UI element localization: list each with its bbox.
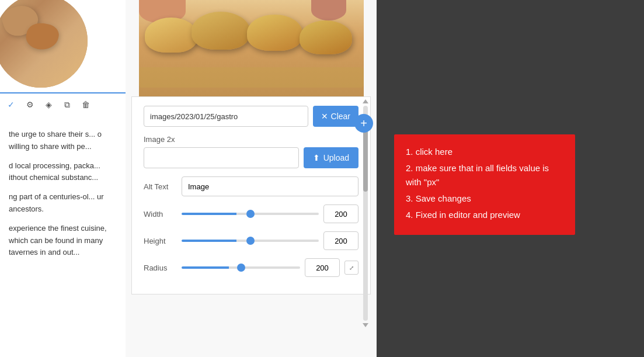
upload-input[interactable] bbox=[144, 147, 299, 168]
tooltip-line-2: 2. make sure that in all fields value is… bbox=[406, 161, 563, 189]
height-row: Height bbox=[144, 231, 358, 250]
scrollbar[interactable] bbox=[361, 99, 370, 327]
scroll-up-arrow[interactable] bbox=[363, 99, 368, 103]
tooltip-line-4: 4. Fixed in editor and preview bbox=[406, 208, 563, 222]
upload-row: ⬆ Upload bbox=[144, 147, 358, 168]
image-path-input[interactable] bbox=[144, 106, 308, 127]
width-number-input[interactable] bbox=[323, 205, 358, 223]
plus-button[interactable]: + bbox=[354, 114, 373, 133]
radius-slider-container: ⤢ bbox=[182, 258, 358, 277]
upload-icon: ⬆ bbox=[313, 153, 320, 162]
upload-button[interactable]: ⬆ Upload bbox=[304, 147, 358, 168]
arrow-svg bbox=[572, 158, 644, 275]
radius-number-input[interactable] bbox=[305, 258, 340, 277]
popup-form: ✕ Clear Image 2x ⬆ Upload Alt Text Width bbox=[131, 96, 371, 294]
scroll-thumb[interactable] bbox=[363, 127, 368, 192]
radius-label: Radius bbox=[144, 264, 182, 272]
expand-button[interactable]: ⤢ bbox=[344, 261, 358, 275]
tooltip-line-1: 1. click here bbox=[406, 145, 563, 159]
radius-row: Radius ⤢ bbox=[144, 258, 358, 277]
height-slider-container bbox=[182, 231, 358, 250]
upload-label: Upload bbox=[323, 153, 349, 162]
width-slider[interactable] bbox=[182, 213, 319, 215]
red-tooltip: 1. click here 2. make sure that in all f… bbox=[394, 134, 575, 235]
right-panel: 1. click here 2. make sure that in all f… bbox=[377, 0, 644, 357]
width-row: Width bbox=[144, 205, 358, 223]
height-label: Height bbox=[144, 237, 182, 245]
expand-icon: ⤢ bbox=[349, 265, 354, 271]
height-slider[interactable] bbox=[182, 240, 319, 242]
alt-text-input[interactable] bbox=[182, 176, 358, 196]
width-slider-container bbox=[182, 205, 358, 223]
alt-text-row: Alt Text bbox=[144, 176, 358, 196]
left-panel: ✓ ⚙ ◈ ⧉ 🗑 the urge to share their s... o… bbox=[0, 0, 126, 357]
tooltip-line-3: 3. Save changes bbox=[406, 192, 563, 206]
clear-label: Clear bbox=[331, 112, 350, 121]
center-panel: ✕ Clear Image 2x ⬆ Upload Alt Text Width bbox=[126, 0, 377, 357]
height-number-input[interactable] bbox=[323, 231, 358, 250]
gear-icon[interactable]: ⚙ bbox=[23, 98, 36, 111]
width-label: Width bbox=[144, 210, 182, 219]
toolbar-row: ✓ ⚙ ◈ ⧉ 🗑 bbox=[0, 92, 126, 116]
copy-icon[interactable]: ⧉ bbox=[61, 98, 74, 111]
article-text: the urge to share their s... o willing t… bbox=[0, 123, 126, 272]
image2x-label: Image 2x bbox=[144, 135, 358, 144]
image-preview bbox=[139, 0, 364, 96]
scroll-down-arrow[interactable] bbox=[363, 323, 368, 327]
circular-bread-image bbox=[0, 0, 88, 88]
check-icon[interactable]: ✓ bbox=[5, 98, 18, 111]
radius-slider[interactable] bbox=[182, 266, 300, 269]
image-path-row: ✕ Clear bbox=[144, 106, 358, 127]
x-icon: ✕ bbox=[321, 112, 328, 121]
clear-button[interactable]: ✕ Clear bbox=[313, 106, 358, 127]
trash-icon[interactable]: 🗑 bbox=[79, 98, 92, 111]
database-icon[interactable]: ◈ bbox=[42, 98, 55, 111]
alt-text-label: Alt Text bbox=[144, 182, 182, 191]
